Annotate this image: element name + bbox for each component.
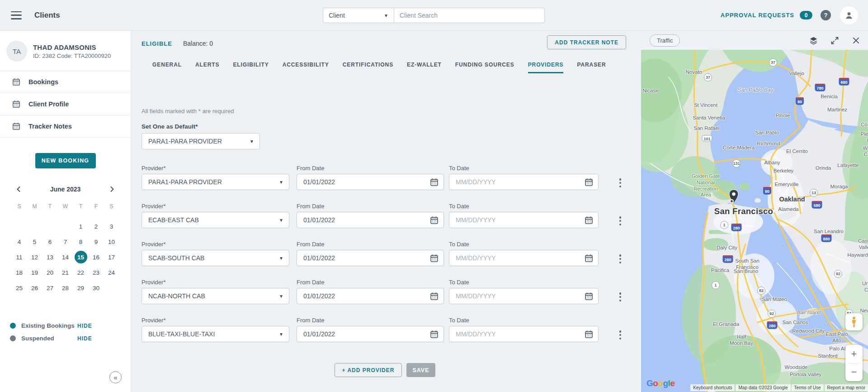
calendar-day[interactable]: 20 bbox=[42, 266, 58, 279]
new-booking-button[interactable]: NEW BOOKING bbox=[35, 153, 96, 168]
calendar-day[interactable]: 28 bbox=[58, 282, 73, 294]
tab[interactable]: ALERTS bbox=[195, 58, 219, 73]
tab[interactable]: GENERAL bbox=[152, 58, 182, 73]
calendar-day[interactable]: 30 bbox=[89, 282, 104, 294]
map-canvas[interactable]: NovatoVallejoSan Pablo BayNicasioBenicia… bbox=[641, 50, 868, 392]
calendar-day[interactable]: 23 bbox=[89, 266, 104, 279]
calendar-day[interactable]: 12 bbox=[27, 251, 42, 263]
calendar-day[interactable]: 3 bbox=[104, 220, 119, 233]
from-date-input[interactable] bbox=[297, 174, 443, 190]
row-menu-kebab-icon[interactable] bbox=[616, 329, 624, 341]
zoom-out-button[interactable]: − bbox=[845, 363, 863, 382]
to-date-input[interactable] bbox=[449, 212, 598, 228]
from-date-input[interactable] bbox=[297, 288, 443, 304]
calendar-prev-icon[interactable] bbox=[15, 186, 23, 193]
search-type-dropdown[interactable]: Client ▼ bbox=[323, 8, 394, 23]
to-date-input[interactable] bbox=[449, 250, 598, 266]
calendar-day[interactable]: 22 bbox=[73, 266, 89, 279]
sidebar-collapse-button[interactable]: « bbox=[109, 371, 122, 383]
calendar-day[interactable]: 9 bbox=[89, 235, 104, 248]
add-provider-button[interactable]: + ADD PROVIDER bbox=[335, 363, 402, 377]
row-menu-kebab-icon[interactable] bbox=[616, 177, 624, 189]
attribution-link[interactable]: Terms of Use bbox=[792, 384, 824, 391]
calendar-day[interactable]: 25 bbox=[12, 282, 27, 294]
tab[interactable]: EZ-WALLET bbox=[407, 58, 442, 73]
tab[interactable]: CERTIFICATIONS bbox=[343, 58, 393, 73]
calendar-day[interactable]: 21 bbox=[58, 266, 73, 279]
legend-hide-link[interactable]: HIDE bbox=[77, 335, 92, 342]
calendar-day[interactable]: 10 bbox=[104, 235, 119, 248]
help-icon[interactable]: ? bbox=[821, 10, 831, 20]
approval-requests-link[interactable]: APPROVAL REQUESTS bbox=[721, 12, 794, 19]
calendar-day[interactable]: 26 bbox=[27, 282, 42, 294]
calendar-day[interactable] bbox=[27, 220, 42, 233]
from-date-input[interactable] bbox=[297, 250, 443, 266]
sidebar-nav-item[interactable]: Bookings bbox=[0, 71, 131, 93]
calendar-day[interactable]: 11 bbox=[12, 251, 27, 263]
calendar-day[interactable]: 15 bbox=[73, 251, 89, 263]
layers-icon[interactable] bbox=[809, 36, 818, 45]
close-icon[interactable] bbox=[851, 36, 861, 45]
zoom-in-button[interactable]: + bbox=[845, 345, 863, 363]
client-search-input[interactable] bbox=[394, 8, 544, 23]
attribution-link[interactable]: Keyboard shortcuts bbox=[690, 384, 735, 391]
tab[interactable]: PROVIDERS bbox=[528, 58, 564, 73]
tab[interactable]: PARASER bbox=[577, 58, 606, 73]
calendar-day[interactable]: 18 bbox=[12, 266, 27, 279]
provider-select[interactable]: SCAB-SOUTH CAB ▼ bbox=[142, 250, 289, 266]
calendar-day[interactable] bbox=[42, 220, 58, 233]
calendar-day[interactable]: 14 bbox=[58, 251, 73, 263]
calendar-day[interactable]: 29 bbox=[73, 282, 89, 294]
user-avatar[interactable] bbox=[840, 6, 858, 24]
calendar-day[interactable]: 19 bbox=[27, 266, 42, 279]
to-date-input[interactable] bbox=[449, 174, 598, 190]
calendar-day[interactable]: 6 bbox=[42, 235, 58, 248]
street-view-pegman[interactable] bbox=[845, 313, 863, 330]
default-provider-select[interactable]: PARA1-PARA PROVIDER ▼ bbox=[142, 133, 260, 149]
provider-select[interactable]: ECAB-EAST CAB ▼ bbox=[142, 212, 289, 228]
map-secondary-marker-icon[interactable] bbox=[730, 199, 734, 203]
calendar-day[interactable]: 4 bbox=[12, 235, 27, 248]
client-search-box bbox=[394, 8, 545, 23]
calendar-day[interactable] bbox=[104, 282, 119, 294]
calendar-day[interactable]: 5 bbox=[27, 235, 42, 248]
to-date-input[interactable] bbox=[449, 288, 598, 304]
row-menu-kebab-icon[interactable] bbox=[616, 215, 624, 227]
sidebar-nav-item[interactable]: Tracker Notes bbox=[0, 115, 131, 138]
hamburger-menu-icon[interactable] bbox=[11, 11, 22, 19]
sidebar-nav-item[interactable]: Client Profile bbox=[0, 93, 131, 115]
provider-select[interactable]: BLUE-TAXI-BLUE-TAXI ▼ bbox=[142, 326, 289, 342]
from-date-input[interactable] bbox=[297, 326, 443, 342]
to-date-input[interactable] bbox=[449, 326, 598, 342]
calendar-day[interactable]: 24 bbox=[104, 266, 119, 279]
tab[interactable]: ACCESSIBILITY bbox=[283, 58, 329, 73]
calendar-day[interactable]: 17 bbox=[104, 251, 119, 263]
calendar-day[interactable]: 8 bbox=[73, 235, 89, 248]
tab[interactable]: FUNDING SOURCES bbox=[455, 58, 514, 73]
calendar-day[interactable] bbox=[58, 220, 73, 233]
provider-select[interactable]: PARA1-PARA PROVIDER ▼ bbox=[142, 174, 289, 190]
calendar-day[interactable]: 7 bbox=[58, 235, 73, 248]
traffic-toggle-chip[interactable]: Traffic bbox=[650, 34, 680, 47]
from-date-input[interactable] bbox=[297, 212, 443, 228]
expand-icon[interactable] bbox=[830, 36, 840, 45]
calendar-day[interactable]: 2 bbox=[89, 220, 104, 233]
calendar-day[interactable]: 1 bbox=[73, 220, 89, 233]
add-tracker-note-button[interactable]: ADD TRACKER NOTE bbox=[547, 35, 626, 49]
attribution-link[interactable]: Map data ©2023 Google bbox=[736, 384, 790, 391]
calendar-day[interactable]: 16 bbox=[89, 251, 104, 263]
legend-hide-link[interactable]: HIDE bbox=[77, 323, 92, 329]
save-button[interactable]: SAVE bbox=[406, 363, 435, 377]
row-menu-kebab-icon[interactable] bbox=[616, 253, 624, 265]
calendar-day-headers: SMTWTFS bbox=[12, 200, 119, 213]
to-date-label: To Date bbox=[449, 279, 599, 286]
map-toolbar: Traffic bbox=[641, 31, 868, 50]
calendar-next-icon[interactable] bbox=[108, 186, 115, 193]
calendar-day[interactable]: 13 bbox=[42, 251, 58, 263]
tab[interactable]: ELIGIBILITY bbox=[233, 58, 269, 73]
attribution-link[interactable]: Report a map error bbox=[825, 384, 868, 391]
row-menu-kebab-icon[interactable] bbox=[616, 291, 624, 303]
calendar-day[interactable]: 27 bbox=[42, 282, 58, 294]
calendar-day[interactable] bbox=[12, 220, 27, 233]
provider-select[interactable]: NCAB-NORTH CAB ▼ bbox=[142, 288, 289, 304]
